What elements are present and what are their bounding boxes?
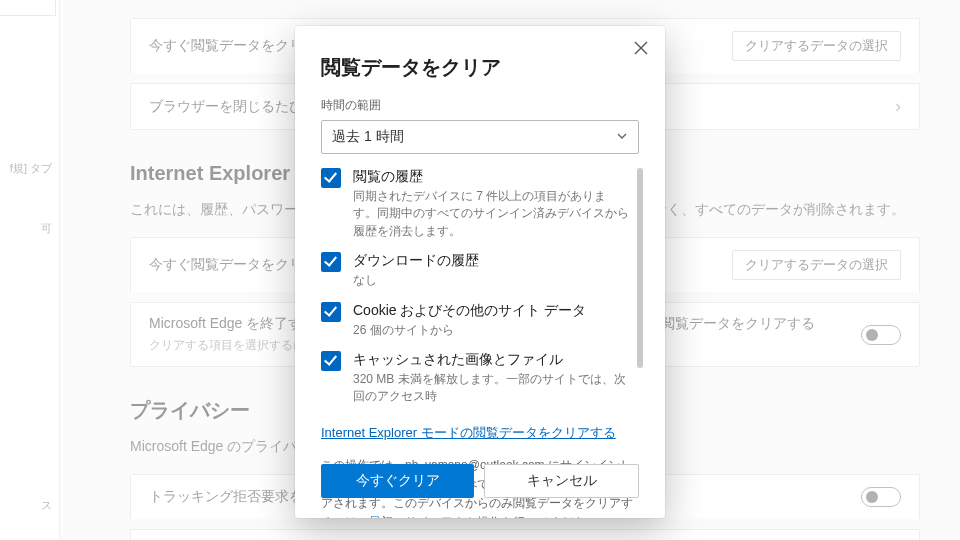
ie-mode-clear-link[interactable]: Internet Explorer モードの閲覧データをクリアする bbox=[321, 424, 616, 442]
checkbox-checked[interactable] bbox=[321, 168, 341, 188]
list-item[interactable]: Cookie およびその他のサイト データ 26 個のサイトから bbox=[321, 302, 629, 339]
clear-now-button[interactable]: 今すぐクリア bbox=[321, 464, 474, 498]
settings-page: f規] タブ 可 ス 今すぐ閲覧データをクリア クリアするデータの選択 ブラウザ… bbox=[0, 0, 960, 540]
clear-browsing-data-dialog: 閲覧データをクリア 時間の範囲 過去 1 時間 閲覧の履歴 同期されたデバイスに… bbox=[295, 26, 665, 518]
dialog-title: 閲覧データをクリア bbox=[321, 54, 639, 81]
select-value: 過去 1 時間 bbox=[332, 128, 404, 146]
item-sub: 26 個のサイトから bbox=[353, 322, 586, 339]
time-range-select[interactable]: 過去 1 時間 bbox=[321, 120, 639, 154]
item-sub: 同期されたデバイスに 7 件以上の項目があります。同期中のすべてのサインイン済み… bbox=[353, 188, 629, 240]
data-type-list: 閲覧の履歴 同期されたデバイスに 7 件以上の項目があります。同期中のすべてのサ… bbox=[321, 168, 639, 406]
scrollbar[interactable] bbox=[637, 168, 643, 368]
item-sub: 320 MB 未満を解放します。一部のサイトでは、次回のアクセス時 bbox=[353, 371, 629, 406]
item-title: Cookie およびその他のサイト データ bbox=[353, 302, 586, 320]
item-title: ダウンロードの履歴 bbox=[353, 252, 479, 270]
list-item[interactable]: ダウンロードの履歴 なし bbox=[321, 252, 629, 289]
checkbox-checked[interactable] bbox=[321, 351, 341, 371]
list-item[interactable]: キャッシュされた画像とファイル 320 MB 未満を解放します。一部のサイトでは… bbox=[321, 351, 629, 406]
cancel-button[interactable]: キャンセル bbox=[484, 464, 639, 498]
list-item[interactable]: 閲覧の履歴 同期されたデバイスに 7 件以上の項目があります。同期中のすべてのサ… bbox=[321, 168, 629, 240]
item-title: キャッシュされた画像とファイル bbox=[353, 351, 629, 369]
item-title: 閲覧の履歴 bbox=[353, 168, 629, 186]
item-sub: なし bbox=[353, 272, 479, 289]
signout-link[interactable]: 最初にサインアウト bbox=[369, 515, 477, 518]
time-range-label: 時間の範囲 bbox=[321, 97, 639, 114]
chevron-down-icon bbox=[616, 129, 628, 145]
checkbox-checked[interactable] bbox=[321, 302, 341, 322]
checkbox-checked[interactable] bbox=[321, 252, 341, 272]
